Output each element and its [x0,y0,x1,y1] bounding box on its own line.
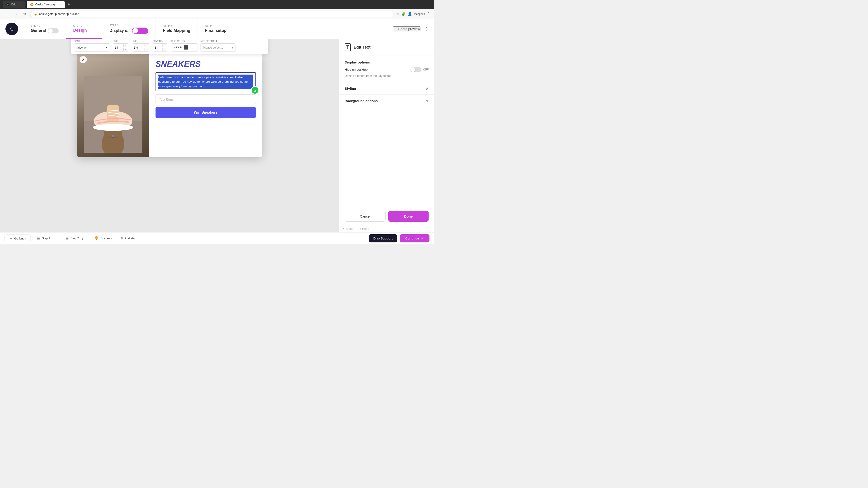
add-step-plus-icon: ⊕ [121,236,123,240]
popup-right: sneakers Enter now for your chance to wi… [149,53,262,157]
tab-onsite[interactable]: 📧 Onsite Campaign ✕ [27,1,65,8]
url-text: onsite.getdrip.com/drip-builder/ [39,12,79,15]
popup-close-button[interactable]: ✕ [80,56,87,63]
size-down-button[interactable]: ▼ [123,48,127,51]
step-3[interactable]: STEP 3 Display s... [102,19,156,39]
selected-text-area[interactable]: Enter now for your chance to win a pair … [156,72,256,92]
spacing-down-button[interactable]: ▼ [162,48,166,51]
size-label: Size [113,40,129,42]
spacing-spinner[interactable]: ▲ ▼ [162,44,166,51]
step-1-toggle[interactable] [48,28,59,33]
line-up-button[interactable]: ▲ [144,44,148,47]
styling-section: Styling ∧ [339,82,434,95]
tab-onsite-close[interactable]: ✕ [59,3,61,6]
size-up-button[interactable]: ▲ [123,44,127,47]
spacing-input[interactable]: 1 ▲ ▼ [153,43,168,52]
step2-tab-icon: ☰ [66,236,69,240]
popup-container: ✕ [77,53,262,157]
bookmark-icon[interactable]: ☆ [396,12,399,16]
bg-options-header[interactable]: Background options ∨ [345,98,429,103]
panel-header: T Edit Text [339,39,434,56]
selected-body-text[interactable]: Enter now for your chance to win a pair … [158,74,253,89]
line-spinner[interactable]: ▲ ▼ [144,44,148,51]
text-color-swatch[interactable]: #444444 [170,43,198,52]
toggle-thumb [411,67,415,72]
cta-button[interactable]: Win Sneakers [156,107,256,118]
address-bar[interactable]: 🔒 onsite.getdrip.com/drip-builder/ [30,11,394,17]
lock-icon: 🔒 [34,12,37,15]
new-tab-button[interactable]: + [68,2,70,7]
toggle-off-label: OFF [423,68,429,71]
size-spinner[interactable]: ▲ ▼ [123,44,127,51]
undo-button[interactable]: ↩ Undo [343,227,353,230]
right-panel: T Edit Text Display options Hide on desk… [339,39,434,232]
canvas-area: 🖥 Desktop B I [0,39,339,232]
forward-button[interactable]: → [13,11,19,17]
edit-text-icon: T [345,43,351,51]
font-select[interactable]: raleway ▾ [74,43,110,52]
step-3-multi-toggle[interactable] [132,28,148,34]
step1-tab[interactable]: ☰ Step 1 ⋮ [33,234,59,242]
text-editor-toolbar: B I U S 🔗 Font raleway ▾ [70,39,269,54]
line-label: Line [132,40,150,42]
drip-support-button[interactable]: Drip Support [369,234,397,242]
browser-chrome: 🐉 Drip ✕ 📧 Onsite Campaign ✕ + [0,0,434,9]
extension-icon[interactable]: 🧩 [401,12,406,16]
close-icon: ✕ [82,58,85,62]
step-3-name: Display s... [110,28,131,33]
spacing-up-button[interactable]: ▲ [162,44,166,47]
display-options-section: Display options Hide on desktop OFF Unhi… [339,56,434,82]
step-2[interactable]: STEP 2 Design [66,19,102,39]
line-down-button[interactable]: ▼ [144,48,148,51]
ai-badge: G [251,86,259,94]
back-button[interactable]: ← [4,11,10,17]
email-input[interactable]: Your Email [156,94,256,104]
step-1[interactable]: STEP 1 General [24,19,66,39]
panel-title: Edit Text [353,45,370,50]
tab-drip[interactable]: 🐉 Drip ✕ [3,1,25,8]
collapse-icon[interactable]: ∧ [426,86,429,91]
step1-more-icon[interactable]: ⋮ [52,236,56,240]
spacing-field-group: Spacing 1 ▲ ▼ [153,40,168,52]
add-step-button[interactable]: ⊕ Add step [118,235,139,242]
step-4[interactable]: STEP 4 Field Mapping [156,19,198,39]
bg-options-title: Background options [345,99,378,103]
go-back-button[interactable]: ← Go back [4,234,31,242]
success-tab[interactable]: 🏆 Success [91,234,115,242]
refresh-button[interactable]: ↻ [22,11,27,17]
merge-chevron-icon: ▾ [232,46,233,49]
success-icon: 🏆 [94,236,99,240]
hide-desktop-toggle[interactable] [410,67,421,72]
step-3-number: STEP 3 [110,24,148,27]
step1-tab-icon: ☰ [37,236,40,240]
redo-button[interactable]: ↪ Redo [359,227,369,230]
app-logo: ☺ [5,23,18,35]
hide-desktop-toggle-group: OFF [410,67,429,72]
hide-desktop-row: Hide on desktop OFF [345,67,429,72]
merge-tags-select[interactable]: Please select... ▾ [200,43,236,52]
step2-tab[interactable]: ☰ Step 2 ⋮ [62,234,88,242]
share-preview-button[interactable]: ⬡ Share preview [393,26,421,31]
step-5-number: STEP 5 [205,25,226,27]
done-button[interactable]: Done [388,211,429,222]
menu-icon[interactable]: ⋮ [427,12,430,16]
step-1-number: STEP 1 [31,24,59,27]
tab-drip-close[interactable]: ✕ [19,3,21,6]
profile-icon[interactable]: 👤 [408,12,412,16]
color-preview-box [184,45,188,50]
line-input[interactable]: 1.4 ▲ ▼ [132,43,150,52]
success-tab-label: Success [101,236,112,240]
redo-label: Redo [362,227,369,230]
step2-more-icon[interactable]: ⋮ [81,236,84,240]
cancel-button[interactable]: Cancel [345,211,385,222]
step-5[interactable]: STEP 5 Final setup [198,19,234,39]
continue-button[interactable]: Continue → [400,234,430,242]
email-placeholder: Your Email [159,98,174,101]
styling-header[interactable]: Styling ∧ [345,86,429,91]
more-options-button[interactable]: ⋮ [424,26,429,32]
step-4-name: Field Mapping [163,28,190,33]
size-input[interactable]: 14 ▲ ▼ [113,43,129,52]
background-options-section: Background options ∨ [339,95,434,107]
bg-expand-icon[interactable]: ∨ [426,98,429,103]
undo-redo-row: ↩ Undo ↪ Redo [339,225,434,232]
